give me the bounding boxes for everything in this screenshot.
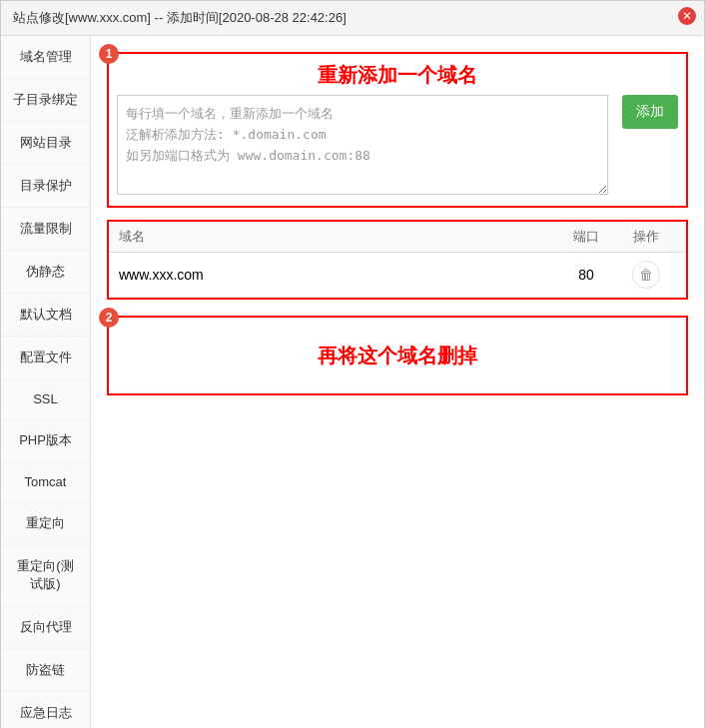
annotation2-zone: 2 再将这个域名删掉 bbox=[107, 316, 688, 395]
sidebar-item-domain[interactable]: 域名管理 bbox=[1, 36, 90, 79]
sidebar-item-defaultdoc[interactable]: 默认文档 bbox=[1, 294, 90, 337]
modal-title: 站点修改[www.xxx.com] -- 添加时间[2020-08-28 22:… bbox=[13, 9, 347, 27]
sidebar-item-dirprotect[interactable]: 目录保护 bbox=[1, 165, 90, 208]
sidebar-item-php[interactable]: PHP版本 bbox=[1, 419, 90, 462]
annotation1-text: 重新添加一个域名 bbox=[117, 62, 678, 89]
sidebar-item-webdir[interactable]: 网站目录 bbox=[1, 122, 90, 165]
sidebar-item-redirect[interactable]: 重定向 bbox=[1, 502, 90, 545]
domain-table: 域名 端口 操作 www.xxx.com 80 🗑 bbox=[107, 220, 688, 300]
content-area: 1 重新添加一个域名 每行填一个域名，重新添加一个域名 泛解析添加方法: *.d… bbox=[91, 36, 704, 728]
trash-icon: 🗑 bbox=[639, 267, 653, 283]
col-header-action: 操作 bbox=[616, 228, 676, 246]
sidebar-item-tomcat[interactable]: Tomcat bbox=[1, 462, 90, 502]
sidebar-item-ssl[interactable]: SSL bbox=[1, 379, 90, 419]
annotation2-text: 再将这个域名删掉 bbox=[318, 343, 477, 369]
sidebar-item-proxy[interactable]: 反向代理 bbox=[1, 606, 90, 649]
domain-input-area: 每行填一个域名，重新添加一个域名 泛解析添加方法: *.domain.com 如… bbox=[117, 95, 678, 198]
table-header: 域名 端口 操作 bbox=[109, 222, 686, 253]
sidebar-item-static[interactable]: 伪静态 bbox=[1, 251, 90, 294]
col-header-port: 端口 bbox=[556, 228, 616, 246]
delete-domain-button[interactable]: 🗑 bbox=[632, 261, 660, 289]
step2-badge: 2 bbox=[99, 308, 119, 328]
close-button[interactable]: ✕ bbox=[678, 7, 696, 25]
add-domain-button[interactable]: 添加 bbox=[622, 95, 678, 129]
modal-header: 站点修改[www.xxx.com] -- 添加时间[2020-08-28 22:… bbox=[1, 1, 704, 36]
sidebar-item-traffic[interactable]: 流量限制 bbox=[1, 208, 90, 251]
sidebar: 域名管理 子目录绑定 网站目录 目录保护 流量限制 伪静态 默认文档 配置文件 … bbox=[1, 36, 91, 728]
modal-window: 站点修改[www.xxx.com] -- 添加时间[2020-08-28 22:… bbox=[0, 0, 705, 728]
table-row: www.xxx.com 80 🗑 bbox=[109, 253, 686, 298]
domain-textarea[interactable]: 每行填一个域名，重新添加一个域名 泛解析添加方法: *.domain.com 如… bbox=[117, 95, 608, 195]
modal-body: 域名管理 子目录绑定 网站目录 目录保护 流量限制 伪静态 默认文档 配置文件 … bbox=[1, 36, 704, 728]
domain-cell: www.xxx.com bbox=[119, 267, 556, 283]
step1-badge: 1 bbox=[99, 44, 119, 64]
sidebar-item-config[interactable]: 配置文件 bbox=[1, 337, 90, 379]
sidebar-item-emergencylog[interactable]: 应急日志 bbox=[1, 692, 90, 728]
action-cell: 🗑 bbox=[616, 261, 676, 289]
sidebar-item-subdir[interactable]: 子目录绑定 bbox=[1, 79, 90, 122]
col-header-domain: 域名 bbox=[119, 228, 556, 246]
sidebar-item-hotlink[interactable]: 防盗链 bbox=[1, 649, 90, 692]
sidebar-item-redirect-test[interactable]: 重定向(测试版) bbox=[1, 545, 90, 606]
port-cell: 80 bbox=[556, 267, 616, 283]
